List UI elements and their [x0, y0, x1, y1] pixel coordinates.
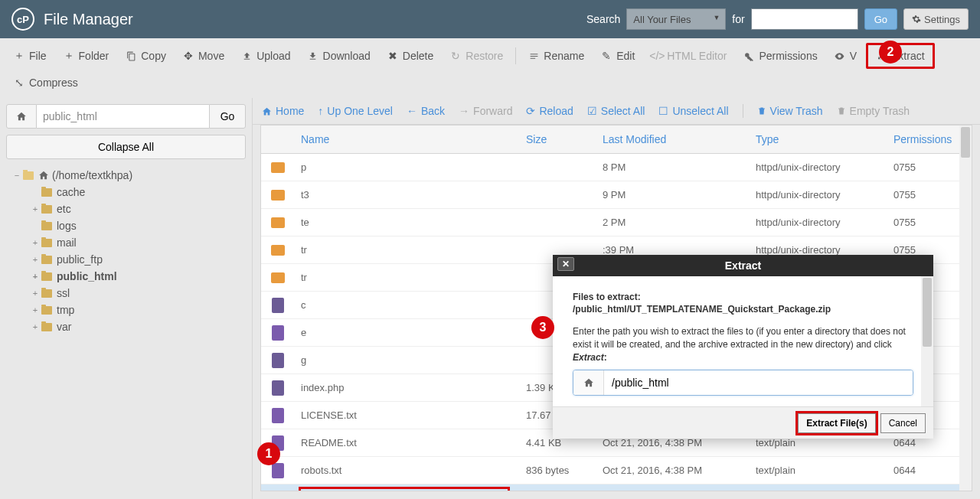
tree-item-ssl[interactable]: +ssl	[31, 285, 246, 302]
plus-icon: ＋	[14, 51, 24, 61]
restore-icon: ↻	[450, 51, 461, 61]
html-editor-button: </>HTML Editor	[644, 45, 734, 67]
new-folder-button[interactable]: ＋Folder	[56, 45, 117, 67]
settings-button[interactable]: Settings	[903, 8, 969, 30]
table-row[interactable]: UT_TEMPLATENAME_Quickstart_Package.zip22…	[261, 484, 972, 491]
table-header: Name Size Last Modified Type Permissions	[261, 126, 972, 154]
main-panel: Home ↑Up One Level ←Back →Forward ⟳Reloa…	[253, 98, 980, 499]
up-arrow-icon: ↑	[318, 105, 323, 117]
check-icon: ☑	[587, 105, 597, 117]
key-icon	[743, 51, 754, 61]
path-home-button[interactable]	[6, 104, 37, 129]
tree-item-cache[interactable]: cache	[31, 184, 246, 201]
path-input[interactable]	[37, 104, 209, 129]
modal-scrollbar[interactable]	[921, 276, 933, 406]
col-size[interactable]: Size	[520, 126, 596, 153]
txt-icon	[272, 463, 284, 478]
folder-icon	[271, 190, 285, 201]
col-name[interactable]: Name	[295, 126, 520, 153]
annotation-badge-1: 1	[257, 442, 280, 465]
table-row[interactable]: te2 PMhttpd/unix-directory0755	[261, 209, 972, 236]
annotation-badge-2: 2	[879, 41, 902, 64]
up-level-button[interactable]: ↑Up One Level	[318, 105, 393, 117]
forward-button: →Forward	[459, 105, 512, 117]
files-to-extract-label: Files to extract:	[573, 292, 913, 302]
compress-button[interactable]: ⤡Compress	[6, 72, 86, 93]
scrollbar[interactable]	[959, 126, 972, 491]
header: cP File Manager Search All Your Files fo…	[0, 0, 980, 38]
upload-button[interactable]: Upload	[234, 45, 298, 67]
left-arrow-icon: ←	[407, 105, 417, 117]
reload-icon: ⟳	[526, 105, 535, 117]
reload-button[interactable]: ⟳Reload	[526, 105, 573, 117]
tree-item-mail[interactable]: +mail	[31, 234, 246, 251]
col-type[interactable]: Type	[750, 126, 887, 153]
tree-item-logs[interactable]: logs	[31, 217, 246, 234]
download-button[interactable]: Download	[300, 45, 378, 67]
move-icon: ✥	[183, 51, 194, 61]
tree-item-tmp[interactable]: +tmp	[31, 302, 246, 318]
code-icon: </>	[652, 51, 662, 61]
view-trash-button[interactable]: View Trash	[757, 105, 823, 117]
php-icon	[272, 353, 284, 368]
select-all-button[interactable]: ☑Select All	[587, 105, 645, 117]
edit-button[interactable]: ✎Edit	[593, 45, 642, 67]
txt-icon	[272, 408, 284, 423]
search-input[interactable]	[751, 8, 858, 30]
back-button[interactable]: ←Back	[407, 105, 445, 117]
app-title: File Manager	[44, 11, 133, 28]
copy-icon	[126, 51, 136, 61]
copy-button[interactable]: Copy	[118, 45, 174, 67]
search-go-button[interactable]: Go	[864, 8, 897, 30]
table-row[interactable]: p8 PMhttpd/unix-directory0755	[261, 154, 972, 181]
rename-icon	[528, 51, 539, 61]
files-to-extract-path: /public_html/UT_TEMPLATENAME_Quickstart_…	[573, 304, 913, 315]
delete-button[interactable]: ✖Delete	[380, 45, 441, 67]
table-row[interactable]: robots.txt836 bytesOct 21, 2016, 4:38 PM…	[261, 457, 972, 484]
search-scope-select[interactable]: All Your Files	[626, 8, 726, 30]
collapse-all-button[interactable]: Collapse All	[6, 135, 246, 159]
home-button[interactable]: Home	[262, 105, 304, 117]
toolbar: ＋File ＋Folder Copy ✥Move Upload Download…	[0, 38, 980, 99]
gear-icon	[912, 15, 921, 24]
modal-close-button[interactable]: ✕	[557, 257, 574, 271]
upload-icon	[241, 51, 252, 61]
php-icon	[272, 380, 284, 396]
pencil-icon: ✎	[601, 51, 612, 61]
delete-icon: ✖	[387, 51, 398, 61]
modal-title: ✕ Extract	[553, 255, 933, 276]
folder-tree: − (/home/textkhpa) cache+etclogs+mail+pu…	[6, 167, 246, 335]
plus-icon: ＋	[64, 51, 74, 61]
rename-button[interactable]: Rename	[521, 45, 592, 67]
trash-icon	[757, 106, 766, 116]
folder-icon	[271, 162, 285, 173]
tree-item-var[interactable]: +var	[31, 318, 246, 335]
tree-item-public_html[interactable]: +public_html	[31, 268, 246, 285]
tree-item-etc[interactable]: +etc	[31, 201, 246, 217]
cancel-button[interactable]: Cancel	[880, 413, 926, 433]
home-icon	[38, 170, 49, 181]
unselect-all-button[interactable]: ☐Unselect All	[658, 105, 728, 117]
col-modified[interactable]: Last Modified	[596, 126, 750, 153]
download-icon	[308, 51, 318, 61]
annotation-badge-3: 3	[531, 316, 554, 339]
path-go-button[interactable]: Go	[209, 104, 246, 129]
eye-icon	[835, 51, 845, 61]
uncheck-icon: ☐	[658, 105, 668, 117]
extract-path-input[interactable]	[604, 370, 913, 395]
view-button[interactable]: V	[827, 45, 864, 67]
permissions-button[interactable]: Permissions	[736, 45, 825, 67]
tree-item-public_ftp[interactable]: +public_ftp	[31, 251, 246, 268]
new-file-button[interactable]: ＋File	[6, 45, 54, 67]
extract-files-button[interactable]: Extract File(s)	[798, 413, 875, 433]
home-icon	[16, 111, 27, 122]
sidebar: Go Collapse All − (/home/textkhpa) cache…	[0, 98, 253, 499]
search-label: Search	[586, 13, 620, 25]
list-toolbar: Home ↑Up One Level ←Back →Forward ⟳Reloa…	[253, 98, 980, 125]
trash-icon	[837, 106, 846, 116]
move-button[interactable]: ✥Move	[175, 45, 232, 67]
empty-trash-button: Empty Trash	[837, 105, 910, 117]
table-row[interactable]: t39 PMhttpd/unix-directory0755	[261, 181, 972, 209]
tree-root[interactable]: − (/home/textkhpa)	[12, 167, 246, 184]
txt-icon	[272, 325, 284, 341]
